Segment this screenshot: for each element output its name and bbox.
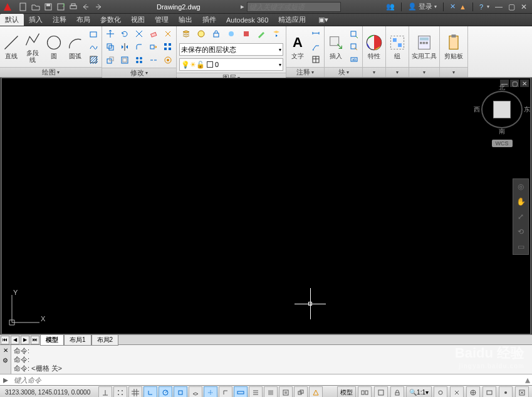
command-input[interactable] xyxy=(11,376,523,384)
isolate-objects-icon[interactable] xyxy=(499,386,513,398)
layer-lock-icon[interactable] xyxy=(209,28,223,40)
title-search-arrow[interactable]: ▸ xyxy=(238,3,247,11)
tab-next-icon[interactable]: ▶ xyxy=(21,336,29,344)
tab-last-icon[interactable]: ⏭ xyxy=(31,336,39,344)
properties-button[interactable]: 特性 xyxy=(364,33,384,61)
pan-icon[interactable]: ✋ xyxy=(513,194,528,209)
stretch-icon[interactable] xyxy=(147,41,160,53)
osnap-icon[interactable] xyxy=(174,386,187,398)
tab-default[interactable]: 默认 xyxy=(0,14,24,26)
tab-annotate[interactable]: 注释 xyxy=(48,14,71,26)
dim-linear-icon[interactable] xyxy=(309,28,323,41)
tab-output[interactable]: 输出 xyxy=(174,14,197,26)
tab-model[interactable]: 模型 xyxy=(40,334,64,346)
copy-icon[interactable] xyxy=(103,41,117,53)
utilities-button[interactable]: 实用工具 xyxy=(410,33,438,61)
layer-props-icon[interactable] xyxy=(179,28,193,40)
layer-match-icon[interactable] xyxy=(254,28,268,40)
autodesk-icon[interactable]: ▲ xyxy=(459,3,466,11)
layer-state-combo[interactable]: 未保存的图层状态 ▾ xyxy=(179,43,283,56)
explode-icon[interactable] xyxy=(161,28,175,40)
redo-icon[interactable] xyxy=(93,1,104,13)
clean-screen-icon[interactable] xyxy=(515,386,529,398)
block-create-icon[interactable] xyxy=(347,28,361,41)
coordinates-display[interactable]: 3123.3008, 1245.0119, 0.0000 xyxy=(0,389,95,396)
undo-icon[interactable] xyxy=(80,1,91,13)
zoom-extents-icon[interactable]: ⤢ xyxy=(513,209,528,224)
group-button[interactable]: 组 xyxy=(387,33,407,61)
offset-icon[interactable] xyxy=(118,54,132,66)
tab-insert[interactable]: 插入 xyxy=(24,14,48,26)
annotation-autoscale-icon[interactable] xyxy=(450,386,464,398)
ducs-icon[interactable] xyxy=(219,386,232,398)
tab-layout[interactable]: 布局 xyxy=(71,14,95,26)
otrack-icon[interactable] xyxy=(204,386,217,398)
circle-button[interactable]: 圆 xyxy=(44,33,64,61)
line-button[interactable]: 直线 xyxy=(1,33,21,61)
orbit-icon[interactable]: ⟲ xyxy=(513,224,528,239)
table-icon[interactable] xyxy=(309,53,323,66)
hardware-accel-icon[interactable] xyxy=(482,386,496,398)
open-icon[interactable] xyxy=(30,1,41,13)
block-edit-icon[interactable] xyxy=(347,41,361,53)
minimize-button[interactable]: — xyxy=(493,3,504,11)
tab-manage[interactable]: 管理 xyxy=(150,14,174,26)
grid-icon[interactable] xyxy=(128,386,142,398)
search-input[interactable] xyxy=(247,2,341,12)
block-attr-icon[interactable]: ab xyxy=(347,53,361,66)
cmd-recent-icon[interactable]: ▴ xyxy=(523,374,532,386)
cmd-close-icon[interactable]: ✕ xyxy=(0,345,11,355)
viewcube-south[interactable]: 南 xyxy=(499,127,505,136)
tab-autodesk360[interactable]: Autodesk 360 xyxy=(221,15,273,25)
arc-button[interactable]: 圆弧 xyxy=(65,33,85,61)
search-go-icon[interactable]: 👥 xyxy=(386,3,395,11)
maximize-button[interactable]: ▢ xyxy=(506,3,517,11)
3dosnap-icon[interactable] xyxy=(189,386,202,398)
polyline-button[interactable]: 多段线 xyxy=(23,29,43,64)
print-icon[interactable] xyxy=(68,1,79,13)
dyn-input-icon[interactable] xyxy=(234,386,248,398)
viewport-close-button[interactable]: ✕ xyxy=(520,80,529,87)
fillet-icon[interactable] xyxy=(132,41,146,53)
chevron-down-icon[interactable]: ▾ xyxy=(57,70,60,75)
array-icon[interactable] xyxy=(161,41,175,53)
quickprops-icon[interactable] xyxy=(279,386,293,398)
help-icon[interactable]: ? xyxy=(479,3,483,11)
exchange-icon[interactable]: ✕ xyxy=(450,3,456,11)
move-icon[interactable] xyxy=(103,28,117,40)
annotation-monitor-icon[interactable] xyxy=(309,386,323,398)
chevron-down-icon[interactable]: ▾ xyxy=(373,70,375,75)
saveas-icon[interactable] xyxy=(55,1,66,13)
lineweight-icon[interactable] xyxy=(249,386,263,398)
login-button[interactable]: 👤 登录 ▾ xyxy=(408,2,437,11)
tab-prev-icon[interactable]: ◀ xyxy=(11,336,19,344)
tab-layout2[interactable]: 布局2 xyxy=(91,334,119,346)
trim-icon[interactable] xyxy=(132,28,146,40)
chevron-down-icon[interactable]: ▾ xyxy=(145,70,148,76)
tab-featured[interactable]: 精选应用 xyxy=(273,14,311,26)
mirror-icon[interactable] xyxy=(118,41,132,53)
model-space-button[interactable]: 模型 xyxy=(337,386,356,398)
layer-freeze-icon[interactable] xyxy=(194,28,208,40)
leader-icon[interactable] xyxy=(309,41,323,53)
annotation-visibility-icon[interactable] xyxy=(434,386,447,398)
quickview-drawings-icon[interactable] xyxy=(374,386,388,398)
annotation-scale[interactable]: 🔍1:1▾ xyxy=(406,386,432,398)
nav-wheel-icon[interactable]: ◎ xyxy=(513,179,528,194)
infer-constraints-icon[interactable] xyxy=(98,386,112,398)
tab-plugin[interactable]: 插件 xyxy=(197,14,221,26)
polar-icon[interactable] xyxy=(159,386,172,398)
spline-icon[interactable] xyxy=(86,41,100,53)
snap-icon[interactable] xyxy=(113,386,127,398)
viewcube-north[interactable]: 北 xyxy=(499,83,505,92)
viewport-maximize-button[interactable]: ▢ xyxy=(510,80,519,87)
save-icon[interactable] xyxy=(43,1,54,13)
tab-view[interactable]: 视图 xyxy=(126,14,150,26)
chevron-down-icon[interactable]: ▾ xyxy=(396,70,399,75)
transparency-icon[interactable] xyxy=(264,386,278,398)
join-icon[interactable] xyxy=(161,54,175,66)
viewcube-west[interactable]: 西 xyxy=(474,105,480,114)
tab-parametric[interactable]: 参数化 xyxy=(95,14,126,26)
ortho-icon[interactable] xyxy=(143,386,157,398)
layer-prev-icon[interactable] xyxy=(269,28,283,40)
